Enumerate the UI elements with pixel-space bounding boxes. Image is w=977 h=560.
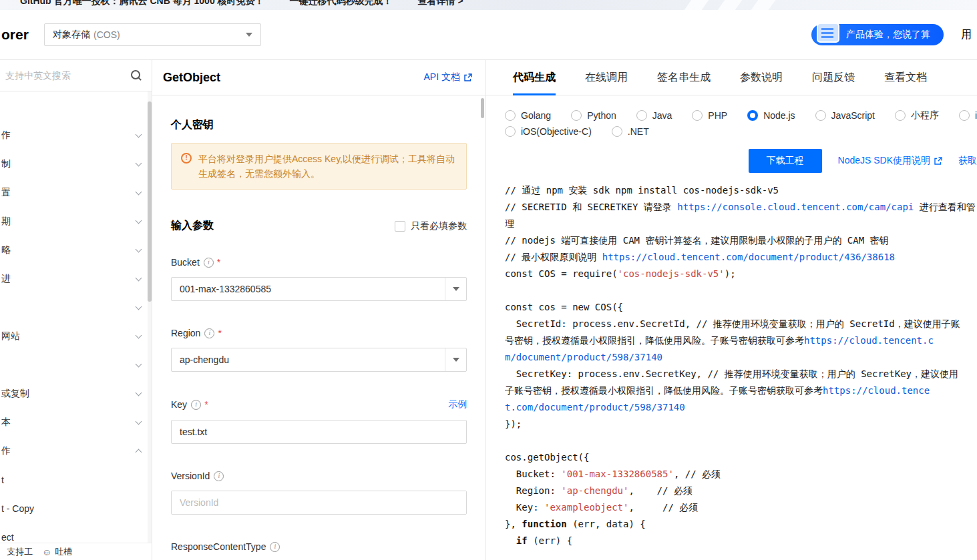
- product-select[interactable]: 对象存储 (COS): [44, 23, 261, 46]
- field-key: Key * 示例: [171, 398, 467, 444]
- required-only-toggle[interactable]: 只看必填参数: [395, 220, 467, 232]
- feedback-link[interactable]: 吐槽: [42, 546, 72, 558]
- api-title-bar: GetObject API 文档: [152, 60, 485, 95]
- header-user-menu[interactable]: 用: [961, 28, 972, 42]
- tab[interactable]: 代码生成: [513, 60, 556, 95]
- promo-text-1: GitHub 官方唯一授权：腾讯云 CNB 每月 1000 核时免费！: [20, 0, 264, 6]
- code-line: [505, 433, 977, 449]
- chevron-down-icon: [136, 274, 142, 281]
- get-key-link[interactable]: 获取: [958, 155, 977, 167]
- key-input[interactable]: [172, 421, 466, 443]
- sidebar-item[interactable]: 作: [0, 437, 152, 465]
- radio-icon: [612, 126, 622, 137]
- radio-label: Python: [587, 110, 616, 121]
- sidebar-item[interactable]: 本: [0, 408, 152, 437]
- field-label: Bucket: [171, 257, 200, 268]
- code-line: const cos = new COS({: [505, 299, 977, 316]
- search-icon[interactable]: [131, 70, 142, 81]
- banner-stripe: [718, 0, 743, 10]
- required-only-label: 只看必填参数: [411, 220, 467, 232]
- language-radio[interactable]: Python: [571, 110, 616, 121]
- radio-label: PHP: [708, 110, 727, 121]
- code-panel: 代码生成在线调用签名串生成参数说明问题反馈查看文档 GolangPythonJa…: [486, 60, 977, 560]
- info-icon[interactable]: [204, 328, 214, 338]
- api-doc-link[interactable]: API 文档: [424, 71, 472, 83]
- code-line: });: [505, 416, 977, 433]
- promo-details-link[interactable]: 查看详情 >: [418, 0, 463, 6]
- sidebar-item-label: t - Copy: [1, 503, 34, 514]
- sidebar-item[interactable]: 作: [0, 121, 152, 150]
- tab[interactable]: 在线调用: [585, 60, 628, 95]
- field-label: Key: [171, 399, 187, 410]
- sidebar-item-label: ect: [1, 532, 14, 543]
- bucket-select[interactable]: 001-max-1332860585: [171, 277, 467, 301]
- language-radio[interactable]: PHP: [692, 110, 727, 121]
- sidebar-item[interactable]: 网站: [0, 322, 152, 350]
- code-line: // 通过 npm 安装 sdk npm install cos-nodejs-…: [505, 182, 977, 199]
- region-select[interactable]: ap-chengdu: [171, 348, 467, 372]
- chevron-down-icon: [136, 389, 142, 396]
- info-icon[interactable]: [191, 400, 201, 410]
- search-input[interactable]: [5, 70, 131, 81]
- language-radio[interactable]: .NET: [612, 126, 649, 137]
- language-radio[interactable]: Node.js: [747, 110, 795, 121]
- sidebar-item[interactable]: 或复制: [0, 379, 152, 408]
- scrollbar-thumb[interactable]: [148, 101, 152, 302]
- sdk-doc-link[interactable]: NodeJS SDK使用说明: [838, 155, 942, 167]
- field-label: ResponseContentType: [171, 541, 266, 552]
- access-key-warning: 平台将对登录用户提供Access Key,以便进行调试；工具将自动生成签名，无需…: [171, 143, 467, 190]
- product-feedback-button[interactable]: 产品体验，您说了算: [811, 24, 944, 45]
- checkbox-icon[interactable]: [395, 221, 405, 232]
- product-feedback-label: 产品体验，您说了算: [846, 29, 930, 41]
- sidebar-item-label: t: [1, 475, 4, 485]
- code-line: Region: 'ap-chengdu', // 必须: [505, 483, 977, 499]
- api-title: GetObject: [163, 71, 220, 85]
- sidebar-item[interactable]: 期: [0, 207, 152, 236]
- chevron-down-icon: [136, 303, 142, 310]
- sidebar-item[interactable]: 制: [0, 150, 152, 178]
- sidebar-item[interactable]: t: [0, 465, 152, 494]
- radio-icon: [571, 110, 582, 121]
- sidebar-item[interactable]: 略: [0, 236, 152, 264]
- sidebar-item-label: 期: [1, 216, 11, 228]
- chevron-down-icon: [445, 348, 466, 371]
- key-example-link[interactable]: 示例: [448, 398, 467, 410]
- sidebar-item[interactable]: [0, 350, 152, 379]
- language-radio[interactable]: Golang: [505, 110, 551, 121]
- download-project-button[interactable]: 下载工程: [749, 149, 822, 173]
- versionid-input[interactable]: [172, 491, 466, 514]
- sidebar-item[interactable]: t - Copy: [0, 494, 152, 523]
- tab[interactable]: 查看文档: [884, 60, 927, 95]
- info-icon[interactable]: [204, 258, 214, 268]
- tab[interactable]: 签名串生成: [657, 60, 711, 95]
- radio-label: 小程序: [911, 109, 939, 121]
- sidebar-item[interactable]: [0, 293, 152, 322]
- field-response-content-type: ResponseContentType: [171, 541, 467, 552]
- tab[interactable]: 参数说明: [740, 60, 783, 95]
- section-input-params: 输入参数: [171, 219, 214, 233]
- support-link[interactable]: 支持工: [7, 546, 33, 558]
- sidebar-item[interactable]: 进: [0, 264, 152, 293]
- language-radio[interactable]: JavaScript: [815, 110, 875, 121]
- survey-icon: [817, 23, 839, 43]
- code-line: // 最小权限原则说明 https://cloud.tencent.com/do…: [505, 249, 977, 266]
- sidebar-scrollbar[interactable]: [148, 91, 152, 543]
- language-radio-row: iOS(Objective-C).NET: [505, 126, 977, 137]
- code-line: // nodejs 端可直接使用 CAM 密钥计算签名，建议用限制最小权限的子用…: [505, 232, 977, 249]
- sidebar-item-label: 网站: [1, 330, 20, 342]
- info-icon[interactable]: [214, 471, 224, 481]
- info-icon[interactable]: [270, 542, 280, 552]
- code-line: Key: 'exampleobject', // 必须: [505, 499, 977, 516]
- external-link-icon: [934, 157, 942, 166]
- language-radio[interactable]: Java: [636, 110, 672, 121]
- language-radio[interactable]: iOS(Objective-C): [505, 126, 592, 137]
- language-radio[interactable]: 小程序: [895, 109, 939, 121]
- tab-bar: 代码生成在线调用签名串生成参数说明问题反馈查看文档: [486, 60, 977, 95]
- sidebar-item[interactable]: 置: [0, 178, 152, 207]
- radio-icon: [505, 126, 516, 137]
- language-radio[interactable]: iOS(S: [959, 110, 977, 121]
- tab[interactable]: 问题反馈: [812, 60, 855, 95]
- sidebar-item-label: 进: [1, 273, 11, 285]
- code-block[interactable]: // 通过 npm 安装 sdk npm install cos-nodejs-…: [505, 182, 977, 549]
- section-personal-key: 个人密钥: [171, 118, 467, 132]
